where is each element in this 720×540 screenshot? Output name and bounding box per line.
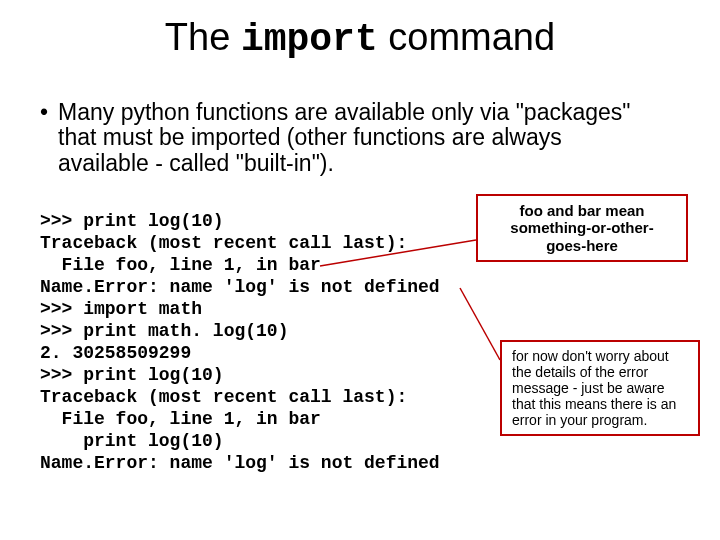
bullet-item: •Many python functions are available onl… (40, 100, 650, 176)
code-line: Name.Error: name 'log' is not defined (40, 453, 440, 473)
slide: The import command •Many python function… (0, 0, 720, 540)
code-line: Name.Error: name 'log' is not defined (40, 277, 440, 297)
callout-foo-bar: foo and bar mean something-or-other- goe… (476, 194, 688, 262)
slide-title: The import command (0, 18, 720, 60)
title-post: command (378, 16, 555, 58)
code-line: Traceback (most recent call last): (40, 387, 407, 407)
code-line: >>> print log(10) (40, 211, 224, 231)
svg-line-1 (460, 288, 500, 360)
code-line: File foo, line 1, in bar (40, 409, 321, 429)
code-line: File foo, line 1, in bar (40, 255, 321, 275)
callout-line: something-or-other- (486, 219, 678, 236)
code-line: print log(10) (40, 431, 224, 451)
title-keyword: import (241, 18, 378, 61)
callout-line: goes-here (486, 237, 678, 254)
code-line: Traceback (most recent call last): (40, 233, 407, 253)
bullet-text: Many python functions are available only… (58, 100, 638, 176)
callout-error-explain: for now don't worry about the details of… (500, 340, 700, 436)
callout-line: foo and bar mean (486, 202, 678, 219)
code-line: >>> import math (40, 299, 202, 319)
title-pre: The (165, 16, 241, 58)
code-line: 2. 30258509299 (40, 343, 191, 363)
bullet-dot: • (40, 100, 58, 125)
code-line: >>> print math. log(10) (40, 321, 288, 341)
callout-text: for now don't worry about the details of… (512, 348, 676, 428)
code-block: >>> print log(10) Traceback (most recent… (40, 210, 440, 474)
code-line: >>> print log(10) (40, 365, 224, 385)
